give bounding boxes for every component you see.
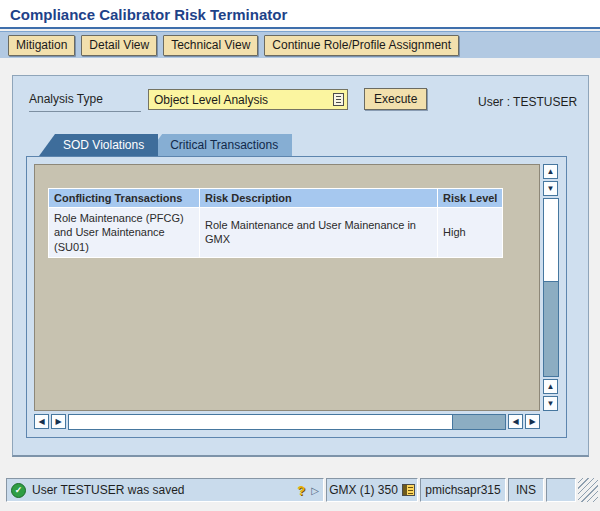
cell-risk-level: High bbox=[438, 208, 502, 257]
dropdown-icon[interactable] bbox=[333, 93, 344, 106]
horizontal-scrollbar[interactable]: ◀ ▶ ◀ ▶ bbox=[34, 414, 540, 430]
technical-view-button[interactable]: Technical View bbox=[163, 35, 258, 56]
tab-critical-transactions[interactable]: Critical Transactions bbox=[146, 134, 292, 156]
scroll-down-icon[interactable]: ▼ bbox=[543, 181, 558, 196]
analysis-type-dropdown[interactable]: Object Level Analysis bbox=[148, 89, 348, 110]
header-risk-description: Risk Description bbox=[200, 189, 437, 207]
status-message-cell: ✓ User TESTUSER was saved ? ▷ bbox=[6, 478, 324, 502]
scroll-up-icon[interactable]: ▲ bbox=[543, 379, 558, 394]
status-insert-mode-cell: INS bbox=[508, 478, 544, 502]
tab-strip: SOD Violations Critical Transactions bbox=[39, 134, 292, 156]
header-risk-level: Risk Level bbox=[438, 189, 502, 207]
vertical-scrollbar[interactable]: ▲ ▼ ▲ ▼ bbox=[543, 164, 559, 411]
results-grid-area: Conflicting Transactions Risk Descriptio… bbox=[34, 164, 540, 411]
scroll-right-icon[interactable]: ▶ bbox=[525, 414, 540, 429]
scroll-right-icon[interactable]: ▶ bbox=[51, 414, 66, 429]
header-conflicting-transactions: Conflicting Transactions bbox=[49, 189, 199, 207]
tab-content-panel: Conflicting Transactions Risk Descriptio… bbox=[26, 156, 567, 438]
main-panel: Analysis Type Object Level Analysis Exec… bbox=[12, 75, 589, 456]
success-check-icon: ✓ bbox=[11, 483, 26, 498]
user-label: User : TESTUSER bbox=[478, 95, 577, 109]
table-row[interactable]: Role Maintenance (PFCG) and User Mainten… bbox=[49, 208, 502, 257]
page-title: Compliance Calibrator Risk Terminator bbox=[0, 0, 600, 23]
vertical-scroll-track[interactable] bbox=[543, 198, 559, 377]
insert-mode-text: INS bbox=[516, 483, 536, 497]
status-system-cell: GMX (1) 350 bbox=[326, 478, 418, 502]
resize-grip[interactable] bbox=[578, 478, 598, 502]
detail-view-button[interactable]: Detail View bbox=[81, 35, 157, 56]
help-icon[interactable]: ? bbox=[297, 483, 305, 498]
vertical-scroll-thumb[interactable] bbox=[544, 199, 558, 282]
risk-table: Conflicting Transactions Risk Descriptio… bbox=[48, 188, 503, 258]
scrollbar-corner bbox=[543, 414, 559, 430]
cell-conflicting-transactions: Role Maintenance (PFCG) and User Mainten… bbox=[49, 208, 199, 257]
host-text: pmichsapr315 bbox=[425, 483, 500, 497]
tab-sod-violations[interactable]: SOD Violations bbox=[39, 134, 158, 156]
scroll-left-icon[interactable]: ◀ bbox=[508, 414, 523, 429]
session-list-icon[interactable] bbox=[402, 484, 415, 496]
cell-risk-description: Role Maintenance and User Mainenance in … bbox=[200, 208, 437, 257]
analysis-type-label: Analysis Type bbox=[29, 92, 141, 112]
scroll-up-icon[interactable]: ▲ bbox=[543, 164, 558, 179]
scroll-left-icon[interactable]: ◀ bbox=[34, 414, 49, 429]
status-message-text: User TESTUSER was saved bbox=[32, 483, 185, 497]
horizontal-scroll-thumb[interactable] bbox=[69, 415, 453, 429]
application-toolbar: Mitigation Detail View Technical View Co… bbox=[0, 31, 600, 58]
status-bar: ✓ User TESTUSER was saved ? ▷ GMX (1) 35… bbox=[6, 478, 598, 502]
title-bar: Compliance Calibrator Risk Terminator bbox=[0, 0, 600, 29]
scroll-down-icon[interactable]: ▼ bbox=[543, 396, 558, 411]
mitigation-button[interactable]: Mitigation bbox=[8, 35, 75, 56]
horizontal-scroll-track[interactable] bbox=[68, 414, 506, 430]
status-host-cell: pmichsapr315 bbox=[420, 478, 506, 502]
status-empty-cell bbox=[546, 478, 576, 502]
table-header-row: Conflicting Transactions Risk Descriptio… bbox=[49, 189, 502, 207]
continue-role-profile-assignment-button[interactable]: Continue Role/Profile Assignment bbox=[264, 35, 459, 56]
expand-icon[interactable]: ▷ bbox=[311, 485, 319, 496]
execute-button[interactable]: Execute bbox=[364, 88, 427, 110]
analysis-type-value: Object Level Analysis bbox=[154, 93, 268, 107]
system-text: GMX (1) 350 bbox=[329, 483, 398, 497]
